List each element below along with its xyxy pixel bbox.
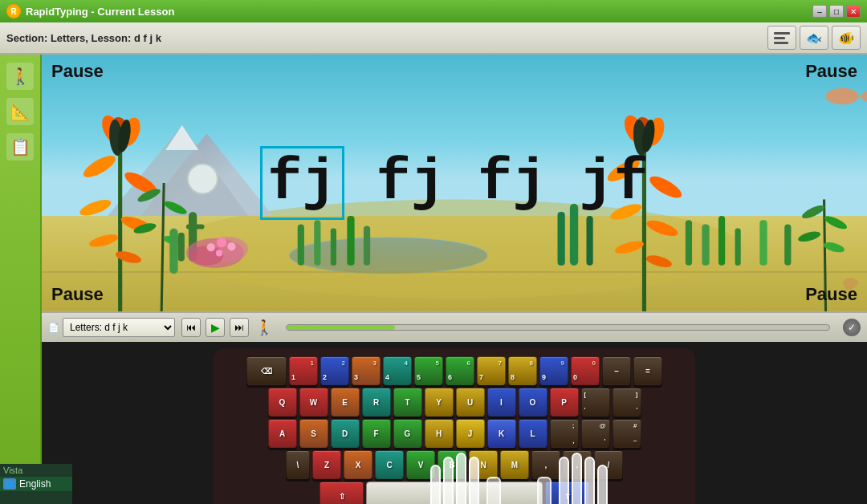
toolbar-btn-fish2[interactable]: 🐠 xyxy=(832,26,861,50)
keyboard-area: ⌫ 11 22 33 44 55 66 77 88 99 00 – = Q xyxy=(42,342,867,504)
pause-label-topright[interactable]: Pause xyxy=(805,61,857,82)
key-lbracket[interactable]: [' xyxy=(581,388,610,417)
right-index xyxy=(559,457,569,504)
lesson-area: Pause Pause Pause Pause fj fj fj xyxy=(42,55,867,504)
vista-label: Vista xyxy=(0,464,72,477)
section-label: Section: Letters, Lesson: d f j k xyxy=(6,32,161,44)
right-thumb xyxy=(537,477,552,504)
key-semicolon[interactable]: ;, xyxy=(550,419,579,448)
key-e[interactable]: E xyxy=(331,388,360,417)
pause-label-topleft[interactable]: Pause xyxy=(51,61,104,82)
forward-button[interactable]: ⏭ xyxy=(230,318,249,337)
key-x[interactable]: X xyxy=(344,450,372,479)
key-shift-left[interactable]: ⇧ xyxy=(320,482,364,504)
key-2[interactable]: 22 xyxy=(320,356,349,385)
english-icon: 🌐 xyxy=(3,478,16,490)
progress-walker-icon: 🚶 xyxy=(255,319,273,336)
key-backslash2[interactable]: \ xyxy=(286,450,310,479)
right-ring xyxy=(584,457,595,504)
key-8[interactable]: 88 xyxy=(508,356,537,385)
key-7[interactable]: 77 xyxy=(477,356,506,385)
key-3[interactable]: 33 xyxy=(352,356,381,385)
toolbar-btn-fish1[interactable]: 🐟 xyxy=(800,26,828,50)
key-l[interactable]: L xyxy=(519,419,547,448)
pause-label-bottomleft[interactable]: Pause xyxy=(51,284,104,305)
left-middle xyxy=(456,453,466,504)
selector-icon: 📄 xyxy=(48,323,59,333)
progress-bar[interactable] xyxy=(286,324,830,331)
key-g[interactable]: G xyxy=(393,419,422,448)
key-z[interactable]: Z xyxy=(312,450,341,479)
key-k[interactable]: K xyxy=(487,419,516,448)
left-ring xyxy=(443,457,454,504)
svg-rect-0 xyxy=(774,32,790,35)
key-h[interactable]: H xyxy=(425,419,454,448)
key-t[interactable]: T xyxy=(393,388,422,417)
typing-chars-container: fj fj fj jf xyxy=(260,146,649,220)
key-p[interactable]: P xyxy=(550,388,579,417)
key-equals[interactable]: = xyxy=(633,356,662,385)
minimize-button[interactable]: – xyxy=(812,5,827,18)
toolbar-icons: 🐟 🐠 xyxy=(767,26,861,50)
check-button[interactable]: ✓ xyxy=(843,319,861,336)
typing-char-3: fj xyxy=(478,150,547,216)
left-index xyxy=(469,457,479,504)
key-o[interactable]: O xyxy=(519,388,547,417)
kb-row-0: ⌫ 11 22 33 44 55 66 77 88 99 00 – = xyxy=(223,356,686,385)
left-thumb xyxy=(486,477,501,504)
key-a[interactable]: A xyxy=(268,419,297,448)
toolbar-btn-1[interactable] xyxy=(767,26,796,50)
key-5[interactable]: 55 xyxy=(414,356,443,385)
key-apostrophe[interactable]: @' xyxy=(581,419,610,448)
key-backslash[interactable]: ⌫ xyxy=(246,356,287,385)
key-dash[interactable]: – xyxy=(602,356,631,385)
right-hand xyxy=(537,453,608,504)
key-u[interactable]: U xyxy=(456,388,485,417)
key-f[interactable]: F xyxy=(362,419,391,448)
key-s[interactable]: S xyxy=(299,419,328,448)
key-w[interactable]: W xyxy=(299,388,328,417)
typing-scene: Pause Pause Pause Pause fj fj fj xyxy=(42,55,867,311)
sidebar-doc-icon[interactable]: 📋 xyxy=(6,133,34,161)
toolbar: Section: Letters, Lesson: d f j k 🐟 🐠 xyxy=(0,22,867,55)
key-j[interactable]: J xyxy=(456,419,485,448)
window-controls: – □ ✕ xyxy=(812,5,861,18)
close-button[interactable]: ✕ xyxy=(846,5,861,18)
hand-guides xyxy=(430,453,608,504)
rewind-button[interactable]: ⏮ xyxy=(181,318,201,337)
key-c[interactable]: C xyxy=(375,450,404,479)
key-y[interactable]: Y xyxy=(425,388,454,417)
bottom-left-panel: Vista 🌐 English xyxy=(0,464,72,504)
key-9[interactable]: 99 xyxy=(539,356,568,385)
key-r[interactable]: R xyxy=(362,388,391,417)
english-item[interactable]: 🌐 English xyxy=(0,477,72,491)
key-q[interactable]: Q xyxy=(268,388,297,417)
lesson-dropdown[interactable]: Letters: d f j k xyxy=(63,318,175,337)
key-0[interactable]: 00 xyxy=(571,356,600,385)
key-4[interactable]: 44 xyxy=(383,356,412,385)
window-title: RapidTyping - Current Lesson xyxy=(26,6,812,18)
key-6[interactable]: 66 xyxy=(446,356,474,385)
key-i[interactable]: I xyxy=(487,388,516,417)
maximize-button[interactable]: □ xyxy=(829,5,844,18)
main-content: 🚶 📐 📋 xyxy=(0,55,867,504)
play-button[interactable]: ▶ xyxy=(206,318,225,337)
sidebar-corner-icon[interactable]: 📐 xyxy=(6,98,34,125)
progress-fill xyxy=(287,325,395,330)
key-rbracket[interactable]: ]' xyxy=(613,388,641,417)
key-hash[interactable]: #~ xyxy=(613,419,641,448)
pause-label-bottomright[interactable]: Pause xyxy=(805,284,857,305)
control-bar: 📄 Letters: d f j k ⏮ ▶ ⏭ 🚶 ✓ xyxy=(42,311,867,342)
key-1[interactable]: 11 xyxy=(289,356,318,385)
english-label: English xyxy=(19,478,51,490)
sidebar-walk-icon[interactable]: 🚶 xyxy=(6,63,34,90)
title-bar: R RapidTyping - Current Lesson – □ ✕ xyxy=(0,0,867,22)
key-d[interactable]: D xyxy=(331,419,360,448)
playback-controls: ⏮ ▶ ⏭ xyxy=(181,318,249,337)
left-hand xyxy=(430,453,501,504)
lesson-selector: 📄 Letters: d f j k xyxy=(48,318,175,337)
left-sidebar: 🚶 📐 📋 xyxy=(0,55,42,504)
left-pinky xyxy=(430,465,441,504)
svg-rect-1 xyxy=(774,37,785,39)
typing-char-2: fj xyxy=(377,150,446,216)
